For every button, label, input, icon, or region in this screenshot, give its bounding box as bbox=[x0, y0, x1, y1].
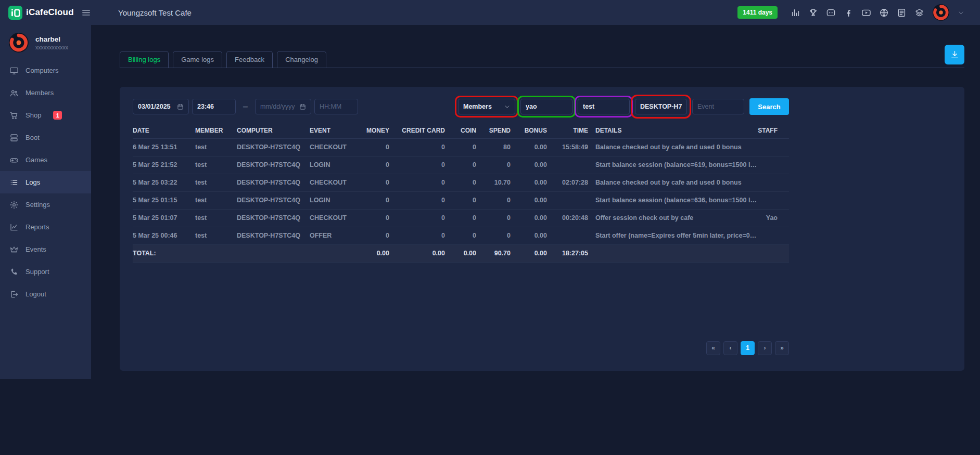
table-cell: 0 bbox=[389, 138, 445, 156]
sidebar-item-support[interactable]: Support bbox=[0, 261, 91, 283]
computer-name-input[interactable] bbox=[640, 103, 682, 110]
date-to-input[interactable] bbox=[260, 103, 296, 110]
time-from-field[interactable] bbox=[192, 99, 236, 114]
column-header: COMPUTER bbox=[237, 123, 310, 138]
youtube-icon[interactable] bbox=[861, 8, 871, 18]
computer-name-field[interactable] bbox=[635, 99, 687, 114]
select-chevron-icon bbox=[504, 104, 510, 110]
table-cell bbox=[547, 156, 588, 174]
search-button[interactable]: Search bbox=[749, 98, 789, 115]
pagination: «‹1›» bbox=[133, 341, 789, 355]
docs-icon[interactable] bbox=[897, 8, 907, 18]
time-to-field[interactable] bbox=[314, 99, 358, 114]
events-icon bbox=[9, 245, 19, 254]
event-input[interactable] bbox=[697, 103, 739, 110]
table-cell: 0.00 bbox=[511, 156, 547, 174]
sidebar-item-logout[interactable]: Logout bbox=[0, 283, 91, 305]
shop-icon bbox=[9, 111, 19, 120]
table-cell: LOGIN bbox=[310, 156, 360, 174]
event-field[interactable] bbox=[692, 99, 744, 114]
globe-icon[interactable] bbox=[879, 8, 889, 18]
table-cell: 0 bbox=[476, 191, 511, 209]
sidebar-item-settings[interactable]: Settings bbox=[0, 193, 91, 216]
table-cell: 0 bbox=[389, 209, 445, 227]
last-page-button[interactable]: » bbox=[775, 341, 789, 355]
facebook-icon[interactable] bbox=[844, 8, 854, 18]
prev-page-button[interactable]: ‹ bbox=[723, 341, 737, 355]
logs-table: DATEMEMBERCOMPUTEREVENTMONEYCREDIT CARDC… bbox=[133, 123, 789, 263]
tab-game-logs[interactable]: Game logs bbox=[173, 51, 222, 68]
sidebar-item-boot[interactable]: Boot bbox=[0, 126, 91, 149]
games-icon bbox=[9, 155, 19, 165]
table-cell: 0 bbox=[360, 227, 389, 244]
table-cell: 0.00 bbox=[389, 244, 445, 262]
table-cell bbox=[757, 156, 789, 174]
table-cell: Start balance session (balance=636, bonu… bbox=[588, 191, 757, 209]
date-to-field[interactable] bbox=[255, 99, 311, 114]
next-page-button[interactable]: › bbox=[758, 341, 772, 355]
sidebar-item-events[interactable]: Events bbox=[0, 238, 91, 261]
topbar-icons bbox=[791, 8, 924, 18]
table-cell: Offer session check out by cafe bbox=[588, 209, 757, 227]
first-page-button[interactable]: « bbox=[706, 341, 720, 355]
date-from-field[interactable] bbox=[133, 99, 189, 114]
table-cell: Start offer (name=Expires offer 5min lat… bbox=[588, 227, 757, 244]
tabs: Billing logsGame logsFeedbackChangelog bbox=[120, 51, 330, 68]
sidebar-item-reports[interactable]: Reports bbox=[0, 216, 91, 238]
table-cell: 0.00 bbox=[511, 191, 547, 209]
hamburger-menu-icon[interactable] bbox=[81, 8, 91, 18]
sidebar-item-label: Support bbox=[26, 268, 49, 276]
discord-icon[interactable] bbox=[826, 8, 836, 18]
sidebar-item-games[interactable]: Games bbox=[0, 149, 91, 171]
brand[interactable]: iCafeCloud bbox=[8, 6, 75, 20]
user-avatar bbox=[8, 32, 29, 53]
chevron-down-icon[interactable] bbox=[958, 9, 964, 16]
table-cell: Balance checked out by cafe and used 0 b… bbox=[588, 138, 757, 156]
calendar-icon[interactable] bbox=[177, 103, 184, 110]
topbar-right: 1411 days bbox=[737, 4, 964, 21]
main-content: Billing logsGame logsFeedbackChangelog – bbox=[91, 45, 980, 371]
table-cell: 0.00 bbox=[445, 244, 476, 262]
tab-feedback[interactable]: Feedback bbox=[226, 51, 273, 68]
stats-icon[interactable] bbox=[791, 8, 800, 18]
column-header: STAFF bbox=[757, 123, 789, 138]
page-button[interactable]: 1 bbox=[741, 341, 755, 355]
table-cell: 0.00 bbox=[360, 244, 389, 262]
tab-changelog[interactable]: Changelog bbox=[277, 51, 326, 68]
table-cell: 0.00 bbox=[511, 138, 547, 156]
column-header: SPEND bbox=[476, 123, 511, 138]
table-cell: 0 bbox=[389, 174, 445, 191]
member-account-field[interactable] bbox=[520, 99, 572, 114]
trophy-icon[interactable] bbox=[808, 8, 818, 18]
table-cell: 0 bbox=[476, 209, 511, 227]
layers-icon[interactable] bbox=[914, 8, 924, 18]
sidebar-item-computers[interactable]: Computers bbox=[0, 59, 91, 82]
members-select[interactable]: Members bbox=[458, 99, 515, 114]
table-cell: 0 bbox=[389, 191, 445, 209]
table-cell: Yao bbox=[757, 209, 789, 227]
table-row: 5 Mar 25 03:22testDESKTOP-H7STC4QCHECKOU… bbox=[133, 174, 789, 191]
table-cell: 0 bbox=[476, 227, 511, 244]
user-profile[interactable]: charbel xxxxxxxxxxxx bbox=[0, 25, 91, 59]
user-avatar[interactable] bbox=[932, 4, 950, 21]
date-from-input[interactable] bbox=[138, 103, 174, 110]
calendar-icon[interactable] bbox=[299, 103, 306, 110]
table-cell: 15:58:49 bbox=[547, 138, 588, 156]
member-name-input[interactable] bbox=[583, 103, 625, 110]
table-cell: 0 bbox=[360, 174, 389, 191]
table-cell: test bbox=[195, 156, 237, 174]
table-row: 5 Mar 25 01:07testDESKTOP-H7STC4QCHECKOU… bbox=[133, 209, 789, 227]
sidebar-item-members[interactable]: Members bbox=[0, 82, 91, 104]
time-from-input[interactable] bbox=[197, 103, 231, 110]
tab-billing-logs[interactable]: Billing logs bbox=[120, 51, 169, 68]
member-account-input[interactable] bbox=[526, 103, 567, 110]
time-to-input[interactable] bbox=[320, 103, 353, 110]
download-button[interactable] bbox=[945, 45, 964, 64]
sidebar-item-shop[interactable]: Shop1 bbox=[0, 104, 91, 126]
table-cell: 18:27:05 bbox=[547, 244, 588, 262]
brand-name: iCafeCloud bbox=[26, 7, 74, 18]
settings-icon bbox=[9, 200, 19, 210]
member-name-field[interactable] bbox=[578, 99, 630, 114]
sidebar-item-logs[interactable]: Logs bbox=[0, 171, 91, 193]
table-cell bbox=[547, 191, 588, 209]
